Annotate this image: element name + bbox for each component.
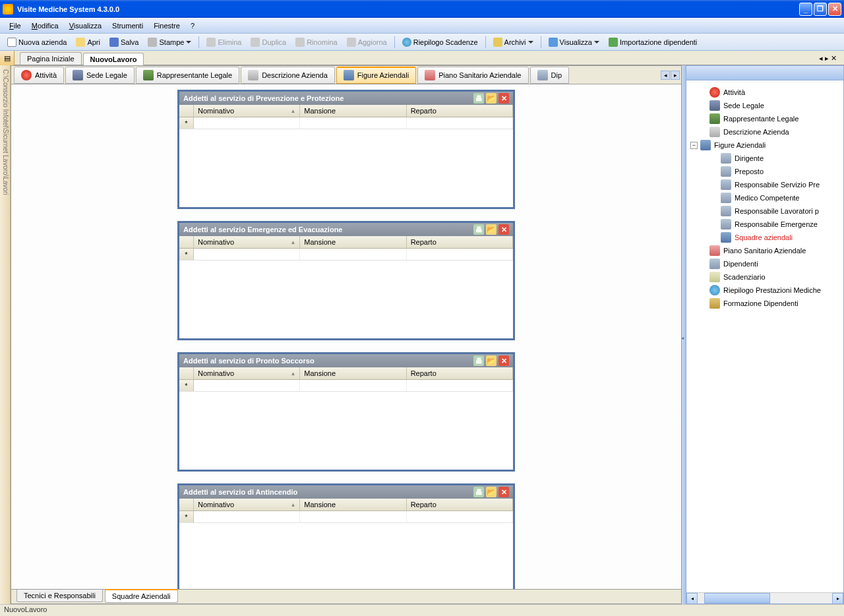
rtab-dip[interactable]: Dip bbox=[530, 67, 570, 84]
new-row[interactable]: * bbox=[179, 249, 513, 261]
tab-nav: ◂ ▸ ✕ bbox=[811, 51, 844, 65]
new-row[interactable]: * bbox=[179, 380, 513, 392]
tab-nuovo-lavoro[interactable]: NuovoLavoro bbox=[83, 53, 144, 65]
tb-riepilogo[interactable]: Riepilogo Scadenze bbox=[398, 36, 482, 48]
tb-importazione[interactable]: Importazione dipendenti bbox=[605, 36, 701, 48]
ribbon-next-button[interactable]: ▸ bbox=[671, 71, 680, 80]
tree-sede[interactable]: Sede Legale bbox=[688, 99, 842, 112]
ribbon-prev-button[interactable]: ◂ bbox=[661, 71, 670, 80]
tab-pagina-iniziale[interactable]: Pagina Iniziale bbox=[20, 52, 82, 65]
tb-visualizza[interactable]: Visualizza bbox=[545, 36, 603, 48]
print-icon bbox=[148, 38, 157, 47]
col-mansione[interactable]: Mansione bbox=[300, 236, 406, 248]
col-mansione[interactable]: Mansione bbox=[300, 367, 406, 379]
tree-descrizione[interactable]: Descrizione Azienda bbox=[688, 125, 842, 139]
panel-open-button[interactable]: 📂 bbox=[486, 487, 497, 497]
panel-open-button[interactable]: 📂 bbox=[486, 224, 497, 235]
tab-close-icon[interactable]: ✕ bbox=[831, 54, 837, 63]
group-icon bbox=[344, 70, 354, 80]
tree-rls[interactable]: Responsabile Lavoratori p bbox=[688, 204, 842, 218]
grid-prevenzione[interactable]: Nominativo▲ Mansione Reparto * bbox=[179, 105, 513, 207]
tree-rsp[interactable]: Responsabile Servizio Pre bbox=[688, 178, 842, 191]
scroll-thumb[interactable] bbox=[704, 593, 770, 603]
col-reparto[interactable]: Reparto bbox=[407, 236, 513, 248]
panel-delete-button[interactable]: ✕ bbox=[498, 355, 509, 366]
maximize-button[interactable]: ❐ bbox=[814, 3, 827, 16]
tree-preposto[interactable]: Preposto bbox=[688, 165, 842, 178]
h-scrollbar[interactable]: ◂ ▸ bbox=[686, 592, 843, 603]
tree-attivita[interactable]: Attività bbox=[688, 86, 842, 99]
panel-antincendio: Addetti al servizio di Antincendio 🖶 📂 ✕… bbox=[177, 483, 515, 589]
tree-formazione[interactable]: Formazione Dipendenti bbox=[688, 297, 842, 310]
col-mansione[interactable]: Mansione bbox=[300, 105, 406, 117]
panel-print-button[interactable]: 🖶 bbox=[473, 355, 484, 366]
menu-help[interactable]: ? bbox=[185, 20, 200, 32]
menu-strumenti[interactable]: Strumenti bbox=[107, 20, 148, 32]
tb-nuova-azienda[interactable]: Nuova azienda bbox=[3, 36, 71, 48]
close-button[interactable]: ✕ bbox=[828, 3, 841, 16]
panel-emergenze: Addetti al servizio Emergenze ed Evacuaz… bbox=[177, 221, 515, 340]
rtab-figure[interactable]: Figure Aziendali bbox=[336, 67, 416, 84]
grid-emergenze[interactable]: Nominativo▲ Mansione Reparto * bbox=[179, 236, 513, 338]
rtab-piano[interactable]: Piano Sanitario Aziendale bbox=[417, 67, 528, 84]
col-reparto[interactable]: Reparto bbox=[407, 367, 513, 379]
col-nominativo[interactable]: Nominativo▲ bbox=[194, 105, 300, 117]
panel-delete-button[interactable]: ✕ bbox=[498, 487, 509, 497]
collapse-icon[interactable]: − bbox=[690, 142, 698, 149]
panel-title: Addetti al servizio di Antincendio bbox=[183, 488, 471, 496]
tree-medico[interactable]: Medico Competente bbox=[688, 191, 842, 204]
col-nominativo[interactable]: Nominativo▲ bbox=[194, 499, 300, 510]
navigator-header bbox=[686, 66, 843, 80]
btab-squadre[interactable]: Squadre Aziendali bbox=[105, 589, 178, 603]
tree-scadenziario[interactable]: Scadenziario bbox=[688, 270, 842, 284]
col-reparto[interactable]: Reparto bbox=[407, 105, 513, 117]
scroll-right-button[interactable]: ▸ bbox=[832, 593, 843, 604]
grid-pronto-soccorso[interactable]: Nominativo▲ Mansione Reparto * bbox=[179, 367, 513, 470]
tb-salva[interactable]: Salva bbox=[106, 36, 143, 48]
rtab-attivita[interactable]: Attività bbox=[14, 67, 64, 84]
tree-piano[interactable]: Piano Sanitario Aziendale bbox=[688, 244, 842, 257]
tree-squadre[interactable]: Squadre aziendali bbox=[688, 231, 842, 244]
side-panel-tab[interactable]: C:\Consorzio Infotel\Sicurnet Lavoro\Lav… bbox=[0, 65, 11, 604]
tree-dirigente[interactable]: Dirigente bbox=[688, 152, 842, 165]
menu-finestre[interactable]: Finestre bbox=[148, 20, 185, 32]
new-row[interactable]: * bbox=[179, 117, 513, 129]
tree-rappresentante[interactable]: Rappresentante Legale bbox=[688, 112, 842, 125]
tb-archivi[interactable]: Archivi bbox=[489, 36, 537, 48]
panel-print-button[interactable]: 🖶 bbox=[473, 487, 484, 497]
tab-prev-icon[interactable]: ◂ bbox=[819, 54, 823, 63]
col-nominativo[interactable]: Nominativo▲ bbox=[194, 367, 300, 379]
rtab-descrizione[interactable]: Descrizione Azienda bbox=[241, 67, 335, 84]
panel-delete-button[interactable]: ✕ bbox=[498, 93, 509, 104]
tree-figure[interactable]: −Figure Aziendali bbox=[688, 139, 842, 152]
tb-apri[interactable]: Apri bbox=[72, 36, 104, 48]
tb-stampe[interactable]: Stampe bbox=[144, 36, 195, 48]
row-new-indicator: * bbox=[179, 511, 194, 522]
panel-delete-button[interactable]: ✕ bbox=[498, 224, 509, 235]
panel-print-button[interactable]: 🖶 bbox=[473, 224, 484, 235]
scroll-left-button[interactable]: ◂ bbox=[686, 593, 698, 604]
tree-remer[interactable]: Responsabile Emergenze bbox=[688, 218, 842, 231]
panel-print-button[interactable]: 🖶 bbox=[473, 93, 484, 104]
panel-open-button[interactable]: 📂 bbox=[486, 355, 497, 366]
panel-open-button[interactable]: 📂 bbox=[486, 93, 497, 104]
tab-menu-icon[interactable]: ▤ bbox=[0, 51, 15, 65]
minimize-button[interactable]: _ bbox=[799, 3, 812, 16]
col-nominativo[interactable]: Nominativo▲ bbox=[194, 236, 300, 248]
menu-visualizza[interactable]: Visualizza bbox=[64, 20, 107, 32]
tree-dipendenti[interactable]: Dipendenti bbox=[688, 257, 842, 270]
rtab-rappresentante[interactable]: Rappresentante Legale bbox=[136, 67, 239, 84]
menu-file[interactable]: File bbox=[4, 20, 26, 32]
new-row[interactable]: * bbox=[179, 511, 513, 523]
col-mansione[interactable]: Mansione bbox=[300, 499, 406, 510]
grid-antincendio[interactable]: Nominativo▲ Mansione Reparto * bbox=[179, 499, 513, 589]
ribbon-tabs: Attività Sede Legale Rappresentante Lega… bbox=[11, 66, 681, 84]
tree-riepilogo[interactable]: Riepilogo Prestazioni Mediche bbox=[688, 284, 842, 297]
user-icon bbox=[721, 179, 731, 190]
menu-modifica[interactable]: Modifica bbox=[26, 20, 64, 32]
tab-next-icon[interactable]: ▸ bbox=[825, 54, 829, 63]
splitter[interactable] bbox=[682, 65, 686, 604]
btab-tecnici[interactable]: Tecnici e Responsabili bbox=[16, 590, 103, 602]
rtab-sede[interactable]: Sede Legale bbox=[65, 67, 135, 84]
col-reparto[interactable]: Reparto bbox=[407, 499, 513, 510]
